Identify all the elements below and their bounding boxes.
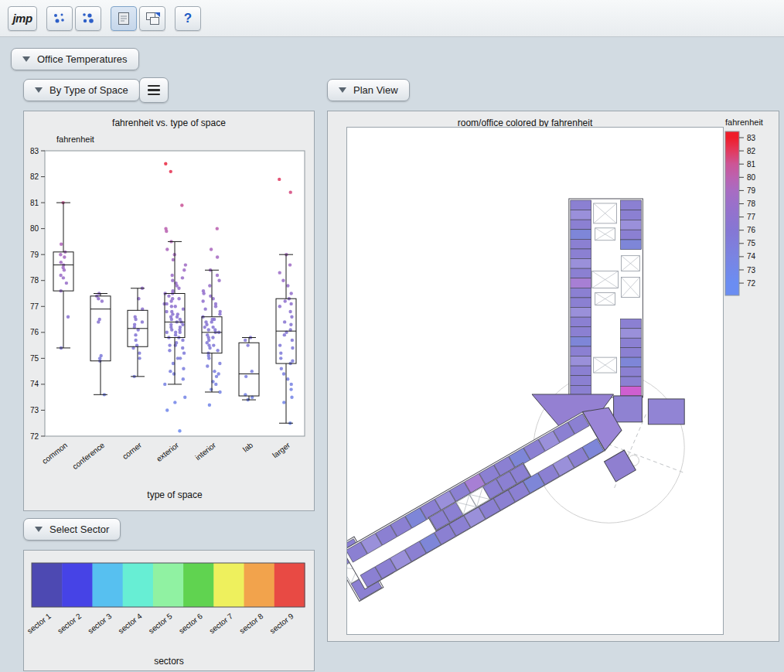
svg-text:larger: larger — [271, 441, 291, 460]
outline-office-temperatures-label: Office Temperatures — [37, 53, 128, 65]
scatter-dots-small-icon — [50, 9, 69, 28]
jmp-window: jmp — [0, 0, 784, 672]
svg-text:81: 81 — [30, 199, 39, 207]
svg-text:75: 75 — [30, 354, 39, 363]
svg-text:83: 83 — [747, 134, 756, 142]
sector-selector-panel: sector 1sector 2sector 3sector 4sector 5… — [23, 550, 315, 671]
disclosure-triangle-icon — [22, 56, 30, 62]
svg-text:77: 77 — [30, 302, 39, 311]
svg-text:74: 74 — [30, 380, 39, 388]
svg-text:lab: lab — [241, 441, 255, 454]
svg-text:80: 80 — [747, 173, 756, 182]
svg-text:78: 78 — [30, 276, 39, 285]
boxplot-panel: fahrenheit vs. type of space fahrenheit7… — [23, 111, 315, 511]
svg-text:82: 82 — [747, 147, 756, 155]
svg-text:common: common — [40, 441, 69, 466]
outline-plan-view-label: Plan View — [353, 84, 398, 96]
svg-text:79: 79 — [30, 251, 39, 259]
help-icon: ? — [184, 11, 192, 26]
svg-text:sector 7: sector 7 — [207, 612, 234, 636]
outline-office-temperatures[interactable]: Office Temperatures — [11, 48, 139, 70]
svg-text:80: 80 — [30, 224, 39, 233]
plan-view-panel: room/office colored by fahrenheit fahren… — [327, 111, 779, 642]
svg-text:79: 79 — [747, 186, 756, 195]
svg-text:fahrenheit: fahrenheit — [56, 135, 94, 144]
jmp-logo: jmp — [12, 12, 32, 25]
svg-text:74: 74 — [747, 252, 756, 261]
hamburger-icon — [148, 85, 160, 87]
svg-text:76: 76 — [30, 328, 39, 336]
svg-text:77: 77 — [747, 213, 756, 221]
window-button-group — [111, 6, 165, 31]
svg-text:sector 6: sector 6 — [177, 612, 204, 636]
outline-select-sector[interactable]: Select Sector — [23, 518, 121, 541]
svg-text:sector 4: sector 4 — [117, 612, 144, 636]
svg-text:73: 73 — [747, 266, 756, 275]
boxplot-chart[interactable]: fahrenheit727374757677787980818283common… — [24, 111, 315, 510]
svg-text:72: 72 — [30, 432, 39, 441]
outline-plan-view[interactable]: Plan View — [327, 79, 410, 101]
svg-text:exterior: exterior — [155, 441, 181, 464]
sectors-axis-label: sectors — [24, 656, 314, 667]
local-data-filter-menu-button[interactable] — [139, 77, 169, 103]
svg-text:sector 5: sector 5 — [147, 612, 174, 636]
svg-text:78: 78 — [747, 200, 756, 208]
arrange-windows-icon — [143, 9, 162, 28]
svg-text:83: 83 — [30, 147, 39, 155]
svg-text:72: 72 — [747, 279, 756, 288]
svg-text:76: 76 — [747, 226, 756, 234]
svg-text:interior: interior — [193, 441, 217, 462]
help-button[interactable]: ? — [175, 6, 201, 31]
fahrenheit-legend[interactable]: 838281807978777675747372 — [724, 128, 778, 322]
marker-button-group — [46, 6, 101, 31]
disclosure-triangle-icon — [35, 87, 43, 93]
svg-text:conference: conference — [70, 441, 106, 471]
svg-text:75: 75 — [747, 239, 756, 247]
scatter-dots-large-button[interactable] — [75, 6, 101, 31]
scatter-dots-small-button[interactable] — [46, 6, 73, 31]
legend-title: fahrenheit — [725, 118, 763, 127]
svg-text:corner: corner — [121, 441, 144, 462]
svg-text:sector 3: sector 3 — [86, 612, 113, 636]
outline-select-sector-label: Select Sector — [49, 524, 109, 535]
svg-text:sector 8: sector 8 — [238, 612, 265, 636]
svg-text:sector 9: sector 9 — [268, 612, 295, 636]
disclosure-triangle-icon — [339, 87, 346, 93]
outline-by-type-of-space-label: By Type of Space — [49, 84, 128, 96]
toolbar: jmp — [0, 0, 784, 37]
report-window-icon — [114, 9, 133, 28]
svg-text:sector 2: sector 2 — [56, 612, 83, 636]
floorplan-map[interactable] — [347, 128, 721, 633]
jmp-logo-button[interactable]: jmp — [8, 6, 37, 31]
report-window-button[interactable] — [111, 6, 137, 31]
svg-text:82: 82 — [30, 172, 39, 181]
scatter-dots-large-icon — [79, 9, 97, 28]
disclosure-triangle-icon — [35, 527, 43, 532]
floorplan-plot-area — [346, 127, 724, 635]
svg-text:sector 1: sector 1 — [26, 612, 53, 636]
arrange-windows-button[interactable] — [139, 6, 165, 31]
sector-swatch-strip[interactable]: sector 1sector 2sector 3sector 4sector 5… — [24, 551, 314, 670]
outline-by-type-of-space[interactable]: By Type of Space — [23, 79, 140, 101]
svg-text:73: 73 — [30, 406, 39, 414]
svg-text:type of space: type of space — [147, 490, 203, 500]
svg-text:81: 81 — [747, 160, 756, 169]
